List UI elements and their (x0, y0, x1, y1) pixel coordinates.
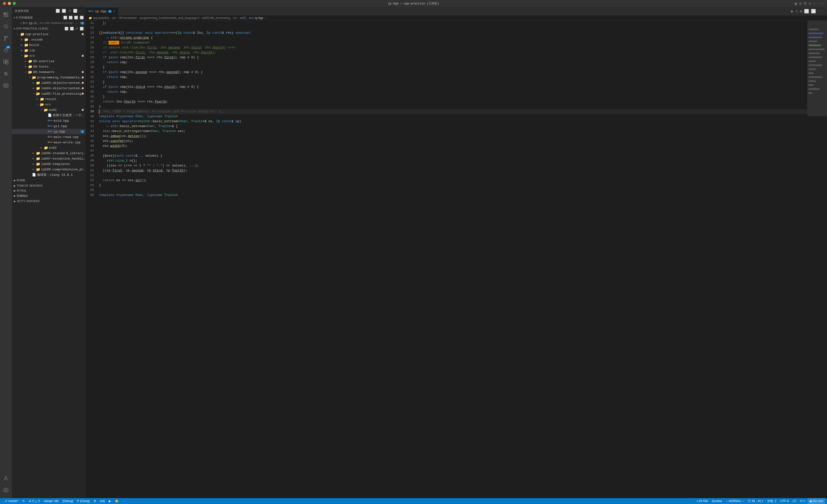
status-all[interactable]: [all] (98, 498, 107, 504)
save-all-icon[interactable]: ⬜ (63, 16, 67, 19)
breadcrumb-item[interactable]: ex01 (240, 16, 246, 20)
section-open-editors[interactable]: ▾ 打开的编辑器 ⬜ ⬜ ⬜ ⬜ (12, 15, 86, 20)
tab-close-icon[interactable]: ✕ (113, 10, 115, 13)
refresh-icon[interactable]: ↺ (75, 27, 78, 31)
breadcrumb-item[interactable]: src (233, 16, 237, 20)
tree-item[interactable]: ▾ 📂 src (12, 53, 86, 58)
tree-item[interactable]: 📄 编译器：clang 13.0.1 (12, 172, 86, 177)
breadcrumb-item[interactable]: ... (266, 16, 269, 20)
tree-item[interactable]: ▶ 📁 lab04-objectoriented-progra... (12, 86, 86, 91)
collapse-all-icon[interactable]: ⬜ (80, 27, 84, 31)
group-icon[interactable]: ⬜ (74, 16, 78, 19)
more-icon[interactable]: ··· (818, 1, 824, 5)
tab-ip-hpp[interactable]: h++ ip.hpp 3 ✕ (86, 7, 118, 15)
new-file-icon[interactable]: ⬜ (56, 9, 60, 13)
split-left-icon[interactable]: ⬜ (811, 9, 816, 14)
close-button[interactable] (3, 2, 6, 5)
status-quokka[interactable]: Quokka (710, 498, 724, 504)
minimap[interactable] (807, 21, 827, 498)
layout-icon-5[interactable]: ↕ (813, 1, 815, 5)
activity-unknown[interactable] (0, 80, 12, 92)
status-vim-mode[interactable]: -- NORMAL -- (724, 498, 746, 504)
activity-scm[interactable] (0, 33, 12, 44)
tree-item[interactable]: ▶ 📁 ex02 (12, 145, 86, 151)
section-mysql[interactable]: ▶ MYSQL (12, 188, 86, 193)
breadcrumb-current[interactable]: ip.hpp (255, 16, 263, 20)
activity-g[interactable]: G (0, 68, 12, 80)
open-editor-item[interactable]: ✕ h++ ip.hpp src/00-homework/progr... 3 (12, 20, 86, 26)
more-actions-icon[interactable]: ··· (80, 9, 83, 13)
download-icon[interactable]: ⬇ (795, 9, 798, 14)
activity-settings[interactable] (0, 484, 12, 496)
split-icon[interactable]: ⬜ (80, 16, 84, 19)
tree-item[interactable]: ▾ 📂 src (12, 102, 86, 107)
section-timeline[interactable]: ▶ 时间线 (12, 177, 86, 183)
code-editor[interactable]: 21 }; 22 23 [[nodiscard]] constexpr auto… (86, 21, 807, 498)
activity-explorer[interactable] (0, 9, 12, 21)
tree-item[interactable]: ▶ 📁 lab09-comprehensive_progra... (12, 167, 86, 172)
activity-search[interactable] (0, 21, 12, 33)
refresh-icon[interactable]: ↺ (68, 9, 71, 13)
section-hidden[interactable]: ▶ 隐藏物品 (12, 193, 86, 199)
layout-icon-4[interactable]: ⊟ (809, 1, 811, 6)
tree-item[interactable]: ▶ 📁 lab07-exception_handling (12, 156, 86, 161)
tree-item[interactable]: ▶ 📁 lib (12, 48, 86, 53)
activity-account[interactable] (0, 472, 12, 484)
status-go-live[interactable]: ◉ Go Live (808, 498, 825, 504)
status-size[interactable]: 1.85 KiB (694, 498, 710, 504)
status-encoding[interactable]: UTF-8 (779, 498, 791, 504)
tree-item[interactable]: ▶ 📁 lab06-standard_library_contai... (12, 151, 86, 156)
status-run[interactable]: ▶ (107, 498, 113, 504)
tree-item[interactable]: ▾ 📂 lab05-file_processing (12, 91, 86, 96)
tree-item[interactable]: h++ gsl.hpp (12, 123, 86, 129)
breadcrumb-item[interactable]: cpp-practice (93, 16, 109, 20)
section-workspace[interactable]: ▾ CPP-PRACTICE (工作区) ⬜ ⬜ ↺ ⬜ (12, 26, 86, 32)
breadcrumb-item[interactable]: programming_fundamentals_and_language-ll (140, 16, 199, 20)
status-debug[interactable]: [Debug] (60, 498, 75, 504)
breadcrumb-item[interactable]: 00-homework (119, 16, 137, 20)
more-icon[interactable]: ··· (818, 9, 825, 13)
maximize-button[interactable] (13, 2, 16, 5)
sidebar-scroll[interactable]: ▾ 打开的编辑器 ⬜ ⬜ ⬜ ⬜ ✕ h++ ip.hpp src/00-hom… (12, 15, 86, 498)
split-right-icon[interactable]: ⬜ (804, 9, 809, 14)
tree-root[interactable]: ▾ 📁 cpp-practice (12, 32, 86, 37)
tree-item[interactable]: ▶ 📁 00-hints (12, 64, 86, 69)
tree-item[interactable]: ▶ 📁 lab03-objectoriented_pr... (12, 80, 86, 86)
status-line-col[interactable]: 行 39，列 1 (746, 498, 766, 504)
tree-item[interactable]: ▾ 📂 00-homework (12, 69, 86, 75)
section-jetty[interactable]: ▶ JETTY SERVERS (12, 199, 86, 204)
status-clangd[interactable]: clangd: idle (42, 498, 61, 504)
tree-item[interactable]: ▶ 📁 00-exercise (12, 58, 86, 64)
status-spaces[interactable]: 空格: 2 (765, 498, 778, 504)
tree-item[interactable]: h++ estd.hpp (12, 118, 86, 123)
new-file-icon[interactable]: ⬜ (64, 27, 68, 31)
tree-item[interactable]: 📄 有两个主程序：一个写文件... (12, 113, 86, 118)
close-all-icon[interactable]: ⬜ (69, 16, 72, 19)
status-clang[interactable]: ✗ [Clang] (75, 498, 91, 504)
tree-item-active[interactable]: h++ ip.hpp 3 (12, 129, 86, 134)
status-bell[interactable]: 🔔 (113, 498, 120, 504)
breadcrumb-item[interactable]: lab05-file_processing (202, 16, 230, 20)
tree-item[interactable]: ▾ 📂 programming_fundamenta... (12, 75, 86, 80)
tree-item[interactable]: ▶ 📁 result (12, 96, 86, 102)
tree-item[interactable]: ▶ 📁 lab08-templates (12, 161, 86, 167)
tree-item[interactable]: ▶ 📁 build (12, 42, 86, 48)
tree-item[interactable]: C++ main-read.cpp (12, 134, 86, 139)
new-folder-icon[interactable]: ⬜ (62, 9, 66, 13)
tree-item[interactable]: ▾ 📂 ex01 (12, 107, 86, 113)
section-tomcat[interactable]: ▶ TOMCAT SERVERS (12, 183, 86, 188)
status-errors[interactable]: ⊘ 0 △ 3 (27, 498, 42, 504)
close-icon[interactable]: ✕ (20, 22, 22, 25)
new-folder-icon[interactable]: ⬜ (70, 27, 74, 31)
tree-item[interactable]: C++ main-write.cpp (12, 139, 86, 145)
status-branch[interactable]: ⎇ master* (2, 498, 20, 504)
status-sync[interactable]: ↻ (20, 498, 27, 504)
settings-icon[interactable]: ⚙ (800, 9, 802, 14)
run-icon[interactable]: ▶ (791, 9, 793, 14)
layout-icon-1[interactable]: ▦ (795, 1, 797, 6)
status-settings[interactable]: ⚙ (92, 498, 98, 504)
layout-icon-2[interactable]: ⊞ (799, 1, 801, 6)
status-eol[interactable]: LF (791, 498, 798, 504)
activity-extensions[interactable] (0, 56, 12, 68)
collapse-icon[interactable]: ⬜ (73, 9, 78, 13)
